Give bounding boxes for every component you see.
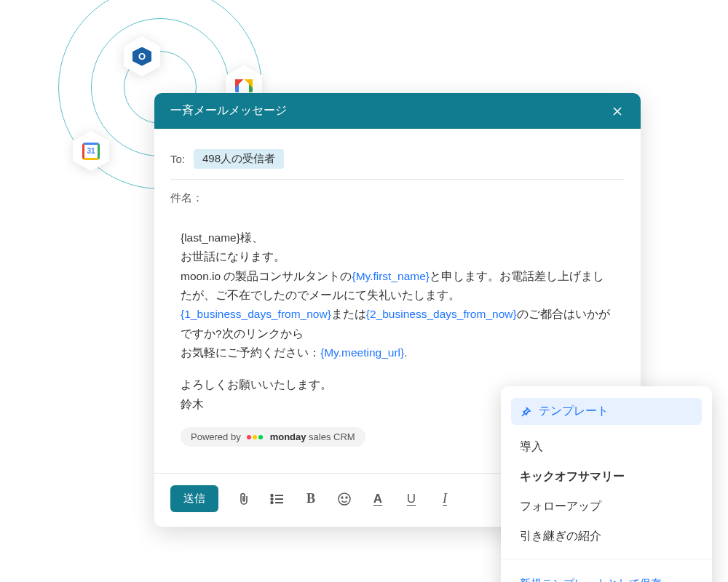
- email-body[interactable]: {last_name}様、 お世話になります。 moon.io の製品コンサルタ…: [170, 215, 625, 414]
- google-calendar-icon: 31: [73, 131, 109, 171]
- svg-point-4: [341, 497, 343, 498]
- body-line-3a: moon.io の製品コンサルタントの: [181, 270, 352, 282]
- monday-logo-icon: [247, 435, 263, 439]
- send-button[interactable]: 送信: [170, 485, 218, 512]
- template-item-followup[interactable]: フォローアップ: [501, 492, 712, 522]
- template-item-handoff[interactable]: 引き継ぎの紹介: [501, 522, 712, 551]
- powered-prefix: Powered by: [191, 431, 241, 442]
- token-2-business-days[interactable]: {2_business_days_from_now}: [366, 308, 517, 320]
- body-line-2: お世話になります。: [181, 250, 285, 263]
- to-field-row: To: 498人の受信者: [170, 142, 625, 180]
- templates-header[interactable]: テンプレート: [511, 398, 702, 425]
- body-line-5b: .: [404, 346, 407, 359]
- templates-dropdown: テンプレート 導入 キックオフサマリー フォローアップ 引き継ぎの紹介 新規テン…: [501, 386, 712, 582]
- close-button[interactable]: [610, 104, 625, 119]
- templates-divider: [501, 559, 712, 559]
- token-1-business-day[interactable]: {1_business_days_from_now}: [181, 308, 331, 320]
- template-item-kickoff[interactable]: キックオフサマリー: [501, 462, 712, 492]
- to-label: To:: [170, 153, 185, 165]
- underline-icon[interactable]: U: [403, 491, 419, 507]
- body-line-1: {last_name}様、: [181, 231, 264, 244]
- body-line-5a: お気軽にご予約ください：: [181, 346, 320, 359]
- svg-point-5: [346, 497, 347, 498]
- powered-suffix: sales CRM: [306, 431, 355, 442]
- svg-point-1: [271, 498, 273, 500]
- compose-header: 一斉メールメッセージ: [154, 93, 641, 129]
- bold-icon[interactable]: B: [303, 491, 319, 507]
- powered-brand: monday: [270, 431, 306, 442]
- template-item-intro[interactable]: 導入: [501, 432, 712, 462]
- save-as-new-template[interactable]: 新規テンプレートとして保存: [501, 567, 712, 582]
- svg-point-2: [271, 501, 273, 503]
- attachment-icon[interactable]: [236, 491, 252, 507]
- emoji-icon[interactable]: [336, 491, 352, 507]
- compose-title: 一斉メールメッセージ: [170, 103, 287, 119]
- subject-label: 件名：: [170, 191, 203, 204]
- body-signature-name: 鈴木: [181, 398, 204, 410]
- pin-icon: [520, 406, 531, 418]
- templates-header-label: テンプレート: [539, 404, 609, 419]
- recipients-chip[interactable]: 498人の受信者: [194, 149, 284, 169]
- text-color-icon[interactable]: A: [370, 491, 386, 507]
- body-line-4a: または: [331, 308, 366, 320]
- subject-field-row[interactable]: 件名：: [170, 180, 625, 215]
- body-signoff: よろしくお願いいたします。: [181, 378, 332, 391]
- powered-by-badge: Powered by monday sales CRM: [181, 427, 365, 447]
- bullet-list-icon[interactable]: [269, 491, 285, 507]
- compose-window: 一斉メールメッセージ To: 498人の受信者 件名： {last_name}様…: [154, 93, 641, 527]
- svg-point-3: [339, 493, 350, 505]
- italic-icon[interactable]: I: [437, 491, 453, 507]
- outlook-icon: O: [124, 36, 160, 76]
- token-my-first-name[interactable]: {My.first_name}: [352, 270, 430, 282]
- token-meeting-url[interactable]: {My.meeting_url}: [320, 346, 404, 359]
- svg-point-0: [271, 494, 273, 496]
